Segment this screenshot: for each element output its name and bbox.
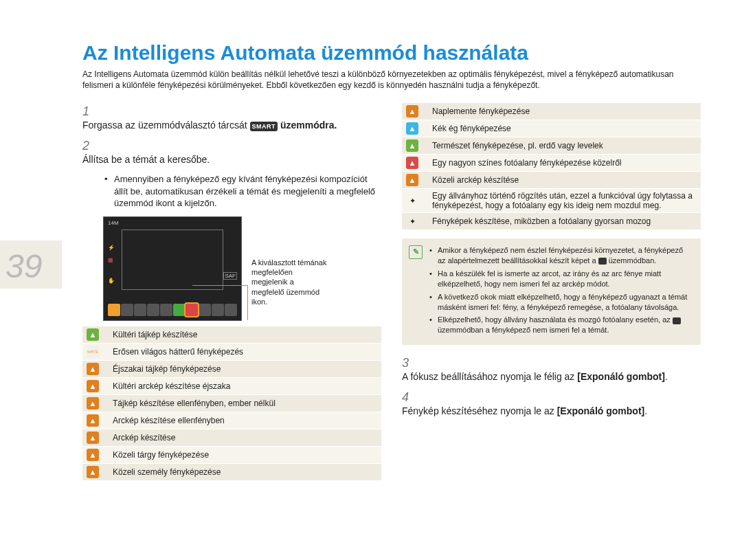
mode-icon: ▲ [87, 363, 99, 375]
callout-leader [192, 285, 248, 320]
right-column: ▲Naplemente fényképezése▲Kék ég fényképe… [402, 100, 701, 483]
note-item: A következő okok miatt elképzelhető, hog… [429, 292, 693, 313]
table-row: ▲Közeli személy fényképezése [82, 463, 381, 480]
mode-desc: Természet fényképezése, pl. erdő vagy le… [428, 137, 701, 155]
inline-mode-icon [673, 317, 681, 324]
step-2-bullet: Amennyiben a fényképező egy kívánt fényk… [104, 173, 381, 210]
mode-icon-active [186, 304, 198, 316]
mode-icon: ▲ [406, 174, 418, 186]
mode-icon: ▲ [87, 380, 99, 392]
mode-icon: ▲ [87, 449, 99, 461]
step-num: 2 [82, 139, 95, 153]
mode-icon: ▲ [87, 466, 99, 478]
step-2-text: Állítsa be a témát a keresőbe. [82, 153, 361, 166]
note-item: Ha a készülék fel is ismerte az arcot, a… [429, 269, 693, 289]
res-badge: 14M [108, 220, 119, 226]
mode-icon: ▲ [406, 122, 418, 135]
hand-icon: ✋ [108, 278, 115, 284]
mode-icon: ▲ [406, 105, 418, 117]
step-1-text: Forgassa az üzemmódválasztó tárcsát SMAR… [82, 119, 361, 132]
step-2: 2 Állítsa be a témát a keresőbe. [82, 139, 381, 166]
mode-desc: Egy állványhoz történő rögzítés után, ez… [428, 189, 701, 213]
note-list: Amikor a fényképező nem észlel fényképez… [429, 245, 693, 335]
mode-icon [134, 304, 146, 316]
mode-icon [173, 304, 186, 316]
table-row: WHITEErősen világos hátterű fényképezés [82, 343, 381, 360]
page-title: Az Intelligens Automata üzemmód használa… [82, 41, 701, 65]
page-number: 39 [5, 247, 42, 285]
table-row: ▲Természet fényképezése, pl. erdő vagy l… [402, 137, 701, 155]
step-3-text: A fókusz beállításához nyomja le félig a… [402, 370, 680, 383]
mode-icon: ✦ [406, 194, 418, 207]
mode-icon: ✦ [406, 215, 418, 227]
step-3: 3 A fókusz beállításához nyomja le félig… [402, 356, 701, 383]
inline-mode-icon [598, 258, 607, 265]
table-row: ▲Kék ég fényképezése [402, 120, 701, 137]
two-column-layout: 1 Forgassa az üzemmódválasztó tárcsát SM… [82, 100, 701, 483]
mode-desc: Kültéri arckép készítése éjszaka [109, 377, 381, 394]
table-row: ▲Éjszakai tájkép fényképezése [82, 360, 381, 377]
table-row: ▲Kültéri tájkép készítése [82, 326, 381, 344]
mode-desc: Közeli személy fényképezése [109, 463, 381, 480]
camera-screen-illustration: 14M SAF ⚡ ▦ ✋ [103, 216, 330, 321]
table-row: ▲Arckép készítése ellenfényben [82, 412, 381, 429]
smart-mode-badge: SMART [250, 122, 278, 131]
step-num: 3 [402, 356, 414, 370]
table-row: ▲Arckép készítése [82, 429, 381, 446]
step-num: 4 [402, 390, 414, 405]
mode-icon [147, 304, 159, 316]
manual-page: 39 Az Intelligens Automata üzemmód haszn… [0, 0, 742, 511]
mode-desc: Közeli tárgy fényképezése [109, 446, 381, 463]
flash-icon: ⚡ [108, 245, 115, 251]
table-row: ▲Tájkép készítése ellenfényben, ember né… [82, 394, 381, 412]
table-row: ▲Közeli tárgy fényképezése [82, 446, 381, 463]
rgb-icon: ▦ [108, 257, 113, 263]
mode-desc: Erősen világos hátterű fényképezés [109, 343, 381, 360]
mode-icon: ▲ [87, 414, 99, 427]
note-box: ✎ Amikor a fényképező nem észlel fénykép… [402, 238, 701, 345]
mode-icon: ▲ [87, 432, 99, 444]
mode-desc: Kültéri tájkép készítése [109, 326, 381, 344]
step-4: 4 Fénykép készítéséhez nyomja le az [Exp… [402, 390, 701, 418]
table-row: ▲Közeli arckép készítése [402, 172, 701, 189]
table-row: ✦Fényképek készítése, miközben a fotóala… [402, 213, 701, 230]
mode-icon [121, 304, 133, 316]
callout-text: A kiválasztott témának megfelelően megje… [251, 258, 327, 306]
mode-desc: Naplemente fényképezése [428, 103, 701, 120]
mode-desc: Arckép készítése ellenfényben [109, 412, 381, 429]
note-icon: ✎ [409, 245, 423, 259]
focus-frame [122, 229, 223, 290]
mode-desc: Kék ég fényképezése [428, 120, 701, 137]
table-row: ▲Naplemente fényképezése [402, 103, 701, 120]
mode-desc: Közeli arckép készítése [428, 172, 701, 189]
note-item: Amikor a fényképező nem észlel fényképez… [429, 245, 693, 266]
mode-icon: ▲ [87, 397, 99, 410]
step-4-text: Fénykép készítéséhez nyomja le az [Expon… [402, 405, 680, 418]
mode-icon: WHITE [87, 346, 99, 358]
left-column: 1 Forgassa az üzemmódválasztó tárcsát SM… [82, 100, 381, 483]
mode-table-left: ▲Kültéri tájkép készítéseWHITEErősen vil… [82, 326, 381, 481]
mode-desc: Tájkép készítése ellenfényben, ember nél… [109, 394, 381, 412]
mode-icon: ▲ [406, 139, 418, 152]
step-2-bullets: Amennyiben a fényképező egy kívánt fényk… [104, 173, 381, 210]
step-num: 1 [82, 104, 95, 119]
mode-desc: Egy nagyon színes fotóalany fényképezése… [428, 155, 701, 172]
step-1: 1 Forgassa az üzemmódválasztó tárcsát SM… [82, 104, 381, 132]
mode-icon: ▲ [406, 157, 418, 169]
intro-text: Az Intelligens Automata üzemmód külön be… [82, 69, 701, 91]
mode-desc: Arckép készítése [109, 429, 381, 446]
mode-icon [108, 304, 120, 316]
mode-table-right: ▲Naplemente fényképezése▲Kék ég fényképe… [402, 103, 701, 230]
table-row: ✦Egy állványhoz történő rögzítés után, e… [402, 189, 701, 213]
mode-icon: ▲ [87, 328, 99, 341]
table-row: ▲Egy nagyon színes fotóalany fényképezés… [402, 155, 701, 172]
table-row: ▲Kültéri arckép készítése éjszaka [82, 377, 381, 394]
mode-desc: Fényképek készítése, miközben a fotóalan… [428, 213, 701, 230]
note-item: Elképzelhető, hogy állvány használata és… [429, 315, 693, 335]
mode-icon [160, 304, 172, 316]
af-badge: SAF [223, 272, 237, 280]
mode-desc: Éjszakai tájkép fényképezése [109, 360, 381, 377]
